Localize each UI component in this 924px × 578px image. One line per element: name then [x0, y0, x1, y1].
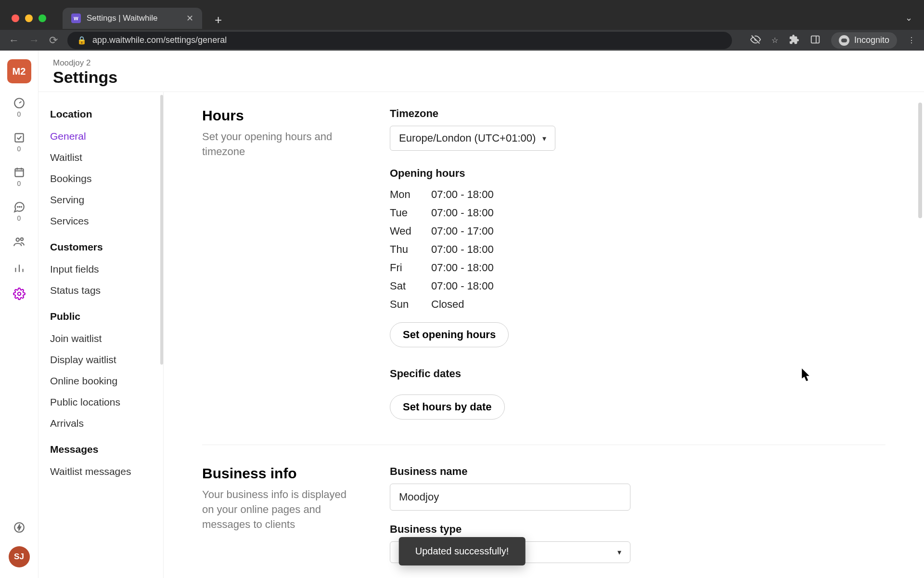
sidebar-item-online-booking[interactable]: Online booking	[50, 370, 152, 392]
check-square-icon	[13, 131, 26, 144]
toast: Updated successfully!	[399, 537, 526, 565]
hours-value: 07:00 - 18:00	[431, 188, 494, 201]
business-subtitle: Your business info is displayed on your …	[202, 487, 356, 532]
svg-point-10	[21, 207, 21, 207]
calendar-icon	[13, 166, 26, 179]
eye-off-icon[interactable]	[750, 34, 761, 47]
incognito-icon	[839, 35, 849, 46]
rail-item-check[interactable]: 0	[13, 131, 26, 153]
rail-item-calendar[interactable]: 0	[13, 166, 26, 187]
incognito-badge[interactable]: Incognito	[831, 32, 897, 49]
rail-item-analytics[interactable]	[13, 262, 26, 274]
extensions-icon[interactable]	[789, 34, 799, 47]
sidebar-item-general[interactable]: General	[50, 126, 152, 147]
hours-row-wed: Wed07:00 - 17:00	[390, 222, 886, 240]
check-count: 0	[17, 145, 21, 153]
sidebar-item-input-fields[interactable]: Input fields	[50, 259, 152, 280]
hours-row-mon: Mon07:00 - 18:00	[390, 185, 886, 204]
hours-value: 07:00 - 18:00	[431, 207, 494, 219]
main-scrollbar-thumb[interactable]	[918, 103, 922, 218]
sidebar-item-waitlist-messages[interactable]: Waitlist messages	[50, 461, 152, 482]
tab-close-icon[interactable]: ✕	[186, 13, 193, 24]
main-scrollbar-track[interactable]	[918, 99, 922, 523]
tab-overflow-icon[interactable]: ⌄	[905, 13, 912, 23]
set-hours-by-date-button[interactable]: Set hours by date	[390, 394, 505, 420]
workspace-name[interactable]: Moodjoy 2	[53, 58, 910, 68]
main-panel: Hours Set your opening hours and timezon…	[164, 51, 924, 578]
business-type-label: Business type	[390, 523, 886, 536]
sidebar-item-status-tags[interactable]: Status tags	[50, 280, 152, 301]
svg-point-11	[16, 238, 19, 241]
window-close[interactable]	[12, 14, 19, 22]
hours-row-sat: Sat07:00 - 18:00	[390, 277, 886, 295]
forward-button[interactable]: →	[29, 34, 39, 47]
specific-dates-label: Specific dates	[390, 368, 886, 380]
hours-card: Hours Set your opening hours and timezon…	[202, 99, 886, 445]
settings-sidebar: Location General Waitlist Bookings Servi…	[38, 51, 164, 578]
queue-count: 0	[17, 110, 21, 118]
page-header: Moodjoy 2 Settings	[38, 51, 924, 92]
content-wrap: Location General Waitlist Bookings Servi…	[38, 51, 924, 578]
svg-rect-4	[15, 169, 23, 176]
svg-point-16	[17, 292, 21, 296]
new-tab-button[interactable]: +	[215, 13, 222, 27]
sidebar-section-public: Public	[50, 311, 152, 322]
sidebar-item-waitlist[interactable]: Waitlist	[50, 147, 152, 168]
user-avatar[interactable]: SJ	[9, 546, 30, 567]
sidebar-section-messages: Messages	[50, 444, 152, 455]
day-label: Sat	[390, 280, 431, 292]
sidebar-item-join-waitlist[interactable]: Join waitlist	[50, 328, 152, 349]
sidebar-item-services[interactable]: Services	[50, 210, 152, 232]
browser-tab[interactable]: w Settings | Waitwhile ✕	[63, 8, 202, 29]
timezone-label: Timezone	[390, 107, 886, 120]
timezone-value: Europe/London (UTC+01:00)	[399, 132, 536, 144]
url-field[interactable]: 🔒 app.waitwhile.com/settings/general	[67, 32, 732, 49]
hours-row-thu: Thu07:00 - 18:00	[390, 240, 886, 259]
rail-item-queue[interactable]: 0	[13, 97, 26, 118]
sidebar-item-serving[interactable]: Serving	[50, 189, 152, 210]
sidebar-item-display-waitlist[interactable]: Display waitlist	[50, 349, 152, 370]
timezone-select[interactable]: Europe/London (UTC+01:00) ▾	[390, 126, 555, 151]
day-label: Thu	[390, 243, 431, 256]
hours-value: 07:00 - 17:00	[431, 225, 494, 237]
rail-item-chat[interactable]: 0	[13, 201, 26, 222]
bolt-icon[interactable]	[13, 521, 26, 534]
back-button[interactable]: ←	[9, 34, 19, 47]
chat-icon	[13, 201, 26, 213]
hours-value: 07:00 - 18:00	[431, 280, 494, 292]
kebab-menu-icon[interactable]: ⋮	[908, 36, 915, 45]
hours-row-fri: Fri07:00 - 18:00	[390, 259, 886, 277]
window-zoom[interactable]	[38, 14, 46, 22]
sidebar-section-customers: Customers	[50, 241, 152, 253]
rail-item-users[interactable]	[13, 236, 26, 248]
address-bar: ← → ⟳ 🔒 app.waitwhile.com/settings/gener…	[0, 30, 924, 51]
hours-title: Hours	[202, 107, 356, 124]
sidebar-item-arrivals[interactable]: Arrivals	[50, 413, 152, 434]
reload-button[interactable]: ⟳	[49, 34, 58, 47]
rail-item-settings[interactable]	[13, 288, 26, 300]
business-title: Business info	[202, 465, 356, 482]
chat-count: 0	[17, 214, 21, 222]
svg-point-9	[19, 207, 19, 207]
sidebar-item-public-locations[interactable]: Public locations	[50, 392, 152, 413]
business-name-label: Business name	[390, 465, 886, 478]
org-badge[interactable]: M2	[7, 59, 31, 83]
hours-subtitle: Set your opening hours and timezone	[202, 130, 356, 159]
svg-point-8	[17, 207, 18, 207]
svg-point-12	[20, 238, 23, 240]
sidebar-item-bookings[interactable]: Bookings	[50, 168, 152, 189]
window-minimize[interactable]	[25, 14, 33, 22]
panel-icon[interactable]	[810, 34, 821, 47]
star-icon[interactable]: ☆	[771, 36, 778, 45]
page-title: Settings	[53, 68, 910, 87]
set-opening-hours-button[interactable]: Set opening hours	[390, 322, 509, 347]
chevron-down-icon: ▾	[617, 548, 621, 557]
sidebar-section-location: Location	[50, 108, 152, 120]
app-root: M2 0 0 0 0	[0, 51, 924, 578]
hours-value: 07:00 - 18:00	[431, 262, 494, 274]
lock-icon: 🔒	[77, 36, 87, 45]
business-name-input[interactable]	[390, 484, 630, 511]
url-text: app.waitwhile.com/settings/general	[92, 35, 227, 45]
incognito-label: Incognito	[854, 35, 889, 45]
day-label: Fri	[390, 262, 431, 274]
